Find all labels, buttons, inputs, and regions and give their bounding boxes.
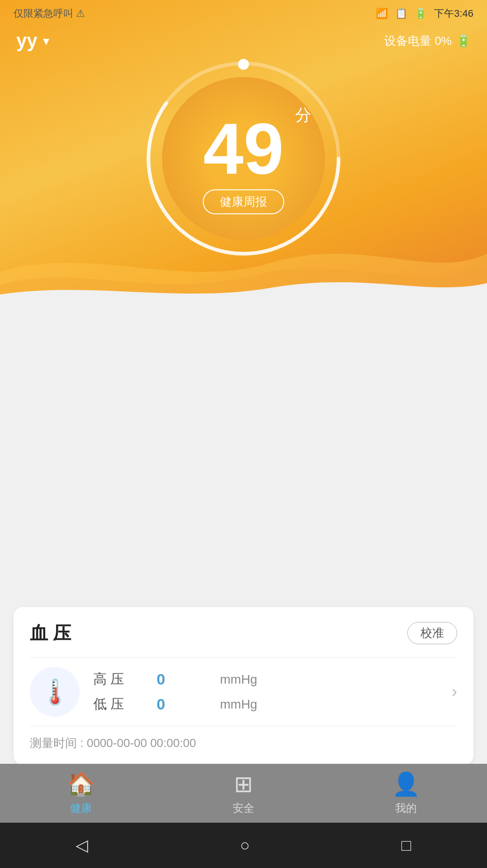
device-battery: 设备电量 0% 🔋	[384, 33, 471, 49]
time-display: 下午3:46	[434, 7, 473, 20]
device-battery-icon: 🔋	[456, 34, 471, 48]
header-left[interactable]: yy ▾	[16, 30, 49, 52]
blood-pressure-row[interactable]: 🌡️ 高 压 0 mmHg 低 压 0 mmHg ›	[30, 667, 457, 717]
home-icon: 🏠	[67, 771, 95, 797]
nav-label-safety: 安全	[233, 801, 254, 815]
low-pressure-label: 低 压	[93, 695, 148, 714]
health-score: 49	[203, 112, 284, 185]
calibrate-button[interactable]: 校准	[407, 622, 457, 644]
nav-label-health: 健康	[70, 801, 92, 815]
low-pressure-row: 低 压 0 mmHg	[93, 695, 438, 714]
high-pressure-row: 高 压 0 mmHg	[93, 670, 438, 689]
low-pressure-unit: mmHg	[220, 697, 257, 712]
score-unit: 分	[295, 104, 311, 126]
bp-icon-circle: 🌡️	[30, 667, 80, 717]
back-button[interactable]: ◁	[57, 831, 106, 859]
blood-pressure-card: 血 压 校准 🌡️ 高 压 0 mmHg 低 压 0 mmHg ›	[14, 607, 473, 765]
battery-icon: 🔋	[415, 8, 427, 19]
nav-label-mine: 我的	[395, 801, 417, 815]
app-header: yy ▾ 设备电量 0% 🔋	[0, 27, 487, 54]
nav-item-safety[interactable]: ⊞ 安全	[162, 771, 325, 815]
nav-item-mine[interactable]: 👤 我的	[325, 771, 487, 815]
device-battery-text: 设备电量 0%	[384, 33, 452, 49]
status-right: 📶 📋 🔋 下午3:46	[376, 7, 473, 20]
person-icon: 👤	[392, 771, 420, 797]
dropdown-icon[interactable]: ▾	[43, 34, 49, 48]
home-button[interactable]: ○	[222, 831, 268, 859]
android-navigation: ◁ ○ □	[0, 823, 487, 868]
gauge-inner: 49 健康周报	[162, 77, 325, 240]
status-bar: 仅限紧急呼叫 ⚠ 📶 📋 🔋 下午3:46	[0, 0, 487, 27]
status-left: 仅限紧急呼叫 ⚠	[14, 7, 85, 20]
high-pressure-value: 0	[157, 670, 211, 688]
wifi-icon: 📶	[376, 8, 388, 19]
sim-icon: 📋	[395, 8, 407, 19]
bp-divider	[30, 657, 457, 658]
high-pressure-unit: mmHg	[220, 672, 257, 687]
bottom-navigation: 🏠 健康 ⊞ 安全 👤 我的	[0, 764, 487, 823]
high-pressure-label: 高 压	[93, 670, 148, 689]
username-display: yy	[16, 30, 38, 52]
bp-time-divider	[30, 726, 457, 726]
nav-item-health[interactable]: 🏠 健康	[0, 771, 162, 815]
emergency-text: 仅限紧急呼叫 ⚠	[14, 7, 85, 20]
bp-arrow-icon: ›	[452, 682, 457, 701]
bp-metrics: 高 压 0 mmHg 低 压 0 mmHg	[93, 670, 438, 714]
bp-measurement-time: 测量时间 : 0000-00-00 00:00:00	[30, 735, 457, 751]
svg-point-2	[238, 59, 249, 70]
weekly-report-button[interactable]: 健康周报	[203, 189, 284, 214]
thermometer-icon: 🌡️	[40, 678, 70, 706]
grid-icon: ⊞	[234, 771, 253, 797]
hero-waves	[0, 217, 487, 308]
blood-pressure-title: 血 压	[30, 621, 71, 646]
recent-button[interactable]: □	[383, 831, 430, 859]
hero-section: 仅限紧急呼叫 ⚠ 📶 📋 🔋 下午3:46 yy ▾ 设备电量 0% 🔋	[0, 0, 487, 308]
blood-pressure-header: 血 压 校准	[30, 621, 457, 646]
low-pressure-value: 0	[157, 695, 211, 713]
